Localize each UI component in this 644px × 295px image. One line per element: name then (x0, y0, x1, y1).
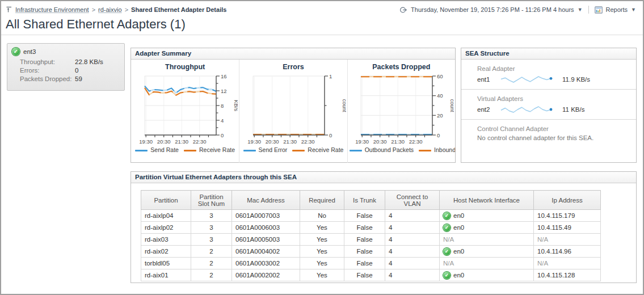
host-interface-cell: en0 (440, 246, 534, 258)
svg-text:20:30: 20:30 (157, 138, 171, 145)
metric-value: 59 (75, 75, 120, 82)
vlan-cell: 4 (385, 222, 440, 234)
adapter-tile-ent3[interactable]: ent3 Throughput: 22.8 KB/s Errors: 0 Pac… (7, 43, 125, 91)
breadcrumb-infrastructure-environment[interactable]: Infrastructure Environment (15, 6, 89, 13)
column-header-partition-slot-num[interactable]: Partition Slot Num (191, 191, 232, 210)
column-header-host-network-interface[interactable]: Host Network Interface (440, 191, 534, 210)
legend-label: Outbound Packets (365, 146, 414, 153)
metric-value: 0 (75, 67, 120, 74)
svg-text:20:30: 20:30 (373, 138, 387, 145)
adapter-summary-panel: Adapter Summary Throughput 048121619:302… (131, 48, 456, 163)
section-label: Virtual Adapters (477, 95, 630, 102)
slot-cell: 2 (191, 246, 232, 258)
top-bar: Infrastructure Environment > rd-aixvio >… (6, 5, 636, 15)
svg-text:60: 60 (437, 73, 443, 79)
sea-structure-panel: SEA Structure Real Adapter ent1 11.9 KB/… (461, 48, 637, 163)
svg-text:20:30: 20:30 (266, 138, 279, 145)
required-cell: Yes (300, 222, 344, 234)
is-trunk-cell: False (344, 246, 385, 258)
required-cell: Yes (300, 258, 344, 269)
panel-title: SEA Structure (461, 48, 636, 60)
column-header-ip-address[interactable]: Ip Address (534, 191, 601, 210)
mac-cell: 0601A0004002 (232, 246, 300, 258)
chart-title: Packets Dropped (348, 63, 455, 71)
breadcrumb-separator: > (125, 6, 128, 13)
reports-label[interactable]: Reports (606, 6, 628, 13)
required-cell: Yes (300, 246, 344, 258)
required-cell: Yes (300, 269, 344, 281)
vlan-cell: 4 (385, 258, 440, 269)
divider (1, 35, 643, 35)
mac-cell: 0601A0003002 (232, 258, 300, 269)
legend-label: Inbound Packets (434, 146, 455, 153)
time-range-label[interactable]: Thursday, November 19, 2015 7:26 PM - 11… (411, 6, 574, 13)
svg-text:22:30: 22:30 (409, 138, 423, 145)
required-cell: Yes (300, 234, 344, 246)
status-ok-icon (443, 224, 451, 231)
slot-cell: 3 (191, 234, 232, 246)
svg-text:12: 12 (221, 88, 227, 94)
column-header-connect-to-vlan[interactable]: Connect to VLAN (385, 191, 440, 210)
send-rate-swatch (135, 150, 148, 151)
table-row: rd-aix0220601A0004002YesFalse4en010.4.11… (141, 246, 601, 258)
column-header-partition[interactable]: Partition (141, 191, 191, 210)
svg-text:40: 40 (437, 92, 443, 99)
slot-cell: 2 (191, 258, 232, 269)
partition-cell: rd-aixlp02 (141, 222, 191, 234)
errors-line-chart: 0119:3020:3021:3022:30count (241, 71, 346, 145)
host-interface-cell: en0 (440, 269, 534, 281)
adapter-rate: 11.9 KB/s (562, 76, 590, 83)
slot-cell: 2 (191, 269, 232, 281)
chart-legend: Send Rate Receive Rate (131, 146, 239, 153)
partition-cell: rd-aix01 (141, 269, 191, 281)
time-and-reports-bar: Thursday, November 19, 2015 7:26 PM - 11… (399, 6, 636, 14)
host-interface-cell: en0 (440, 222, 534, 234)
table-row: torbldl0520601A0003002YesFalse4N/AN/A (141, 258, 601, 269)
vlan-cell: 4 (385, 269, 440, 281)
send-error-swatch (243, 150, 256, 151)
time-range-icon (399, 6, 407, 14)
table-row: rd-aix0120601A0002002YesFalse4en010.4.11… (141, 269, 601, 281)
partition-cell: torbldl05 (141, 258, 191, 269)
column-header-is-trunk[interactable]: Is Trunk (344, 191, 385, 210)
level-up-icon[interactable] (6, 6, 12, 13)
breadcrumb-rd-aixvio[interactable]: rd-aixvio (98, 6, 122, 13)
time-range-dropdown-icon[interactable]: ▼ (578, 7, 583, 12)
is-trunk-cell: False (344, 269, 385, 281)
host-interface-cell: en0 (440, 210, 534, 222)
svg-text:0: 0 (329, 132, 332, 138)
mac-cell: 0601A0006003 (232, 222, 300, 234)
adapter-name: ent2 (477, 106, 500, 113)
svg-text:19:30: 19:30 (247, 138, 261, 145)
ent2-sparkline (500, 104, 554, 115)
ip-cell: 10.4.115.49 (534, 222, 601, 234)
panel-title: Adapter Summary (131, 48, 455, 60)
control-channel-section: Control Channel Adapter No control chann… (461, 120, 636, 146)
column-header-required[interactable]: Required (300, 191, 344, 210)
metric-label: Packets Dropped: (20, 75, 75, 82)
inbound-packets-swatch (419, 150, 431, 151)
throughput-chart: Throughput 048121619:3020:3021:3022:30KB… (131, 60, 239, 163)
column-header-mac-address[interactable]: Mac Address (232, 191, 300, 210)
packets-dropped-line-chart: 020406019:3020:3021:3022:30count (348, 71, 454, 145)
svg-text:19:30: 19:30 (356, 138, 369, 145)
slot-cell: 3 (191, 222, 232, 234)
svg-text:21:30: 21:30 (175, 138, 188, 145)
ent1-sparkline (500, 74, 554, 85)
mac-cell: 0601A0002002 (232, 269, 300, 281)
errors-chart: Errors 0119:3020:3021:3022:30count Send … (239, 60, 347, 163)
reports-icon (595, 6, 603, 14)
required-cell: No (300, 210, 344, 222)
status-ok-icon (443, 248, 451, 255)
chart-legend: Outbound Packets Inbound Packets (348, 146, 455, 153)
reports-dropdown-icon[interactable]: ▼ (631, 7, 636, 12)
throughput-line-chart: 048121619:3020:3021:3022:30KB/s (132, 71, 238, 145)
packets-dropped-chart: Packets Dropped 020406019:3020:3021:3022… (347, 60, 455, 163)
svg-text:20: 20 (437, 112, 443, 119)
svg-text:count: count (449, 99, 454, 112)
vlan-cell: 4 (385, 210, 440, 222)
vlan-cell: 4 (385, 246, 440, 258)
control-channel-message: No control channel adapter for this SEA. (477, 134, 630, 141)
host-interface-cell: N/A (440, 258, 534, 269)
virtual-adapters-section: Virtual Adapters ent2 11 KB/s (461, 90, 636, 120)
